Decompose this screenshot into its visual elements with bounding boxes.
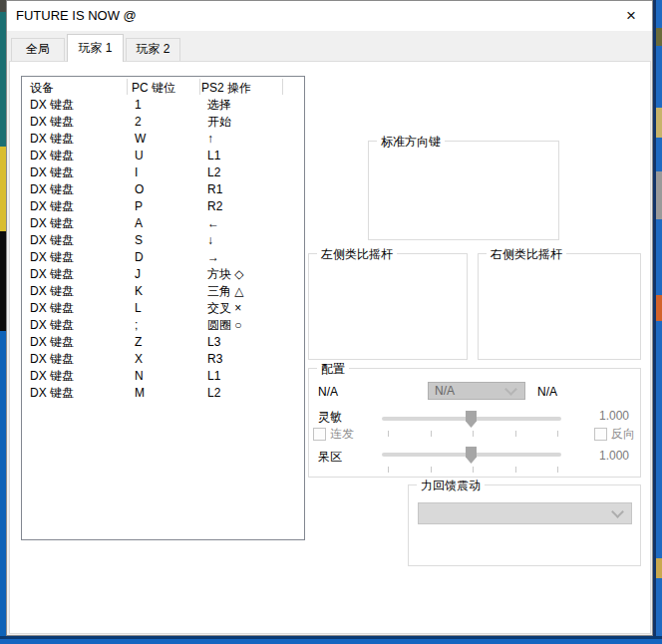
column-separator bbox=[282, 79, 283, 95]
close-icon[interactable]: × bbox=[614, 1, 648, 30]
column-separator bbox=[199, 79, 200, 95]
table-row[interactable]: DX 键盘;圆圈 ○ bbox=[22, 317, 304, 334]
cell-ps2-action: 交叉 × bbox=[199, 300, 304, 317]
turbo-checkbox: 连发 bbox=[313, 426, 354, 443]
cell-ps2-action: L2 bbox=[199, 164, 304, 181]
table-row[interactable]: DX 键盘IL2 bbox=[22, 164, 304, 181]
checkbox-box bbox=[594, 428, 607, 441]
desktop-pixels bbox=[653, 0, 656, 644]
config-device-label: N/A bbox=[318, 385, 338, 399]
bindings-list[interactable]: 设备 PC 键位 PS2 操作 DX 键盘1选择DX 键盘2开始DX 键盘W↑D… bbox=[21, 76, 305, 540]
table-row[interactable]: DX 键盘UL1 bbox=[22, 148, 304, 164]
invert-checkbox-label: 反向 bbox=[611, 426, 635, 443]
sensitivity-label: 灵敏 bbox=[318, 409, 342, 426]
force-feedback-group-title: 力回馈震动 bbox=[417, 478, 485, 494]
table-row[interactable]: DX 键盘ML2 bbox=[22, 385, 304, 402]
cell-pc-key: P bbox=[127, 198, 199, 215]
cell-pc-key: W bbox=[127, 131, 199, 148]
slider-tick bbox=[557, 467, 558, 473]
column-header-device[interactable]: 设备 bbox=[30, 80, 54, 97]
taskbar-strip bbox=[0, 636, 662, 644]
slider-tick bbox=[431, 431, 432, 437]
cell-pc-key: 2 bbox=[127, 114, 199, 131]
left-stick-group: 左侧类比摇杆 bbox=[308, 253, 468, 360]
bindings-rows: DX 键盘1选择DX 键盘2开始DX 键盘W↑DX 键盘UL1DX 键盘IL2D… bbox=[22, 97, 304, 402]
table-row[interactable]: DX 键盘OR1 bbox=[22, 181, 304, 198]
cell-ps2-action: L3 bbox=[199, 334, 304, 351]
cell-ps2-action: R3 bbox=[199, 351, 304, 368]
slider-tick bbox=[557, 431, 558, 437]
cell-pc-key: I bbox=[127, 164, 199, 181]
table-row[interactable]: DX 键盘PR2 bbox=[22, 198, 304, 215]
cell-ps2-action: R1 bbox=[199, 181, 304, 198]
cell-ps2-action: 选择 bbox=[199, 97, 304, 114]
cell-pc-key: L bbox=[127, 300, 199, 317]
force-feedback-group: 力回馈震动 bbox=[408, 484, 641, 566]
cell-pc-key: A bbox=[127, 215, 199, 232]
cell-device: DX 键盘 bbox=[22, 334, 127, 351]
slider-tick bbox=[515, 467, 516, 473]
cell-device: DX 键盘 bbox=[22, 266, 127, 283]
tab-player2[interactable]: 玩家 2 bbox=[126, 38, 180, 62]
slider-tick bbox=[388, 431, 389, 437]
cell-device: DX 键盘 bbox=[22, 215, 127, 232]
table-row[interactable]: DX 键盘NL1 bbox=[22, 368, 304, 385]
table-row[interactable]: DX 键盘XR3 bbox=[22, 351, 304, 368]
column-header-ps2-action[interactable]: PS2 操作 bbox=[201, 80, 251, 97]
config-binding-label: N/A bbox=[537, 385, 557, 399]
deadzone-label: 呆区 bbox=[318, 449, 342, 466]
desktop-pixels bbox=[656, 28, 662, 46]
tab-player1[interactable]: 玩家 1 bbox=[67, 34, 124, 62]
sensitivity-value: 1.000 bbox=[599, 409, 629, 423]
cell-device: DX 键盘 bbox=[22, 283, 127, 300]
config-group-title: 配置 bbox=[317, 361, 349, 378]
title-bar: FUTURE IS NOW @ × bbox=[7, 1, 652, 31]
cell-device: DX 键盘 bbox=[22, 198, 127, 215]
cell-pc-key: X bbox=[127, 351, 199, 368]
table-row[interactable]: DX 键盘ZL3 bbox=[22, 334, 304, 351]
table-row[interactable]: DX 键盘L交叉 × bbox=[22, 300, 304, 317]
table-row[interactable]: DX 键盘K三角 △ bbox=[22, 283, 304, 300]
cell-device: DX 键盘 bbox=[22, 317, 127, 334]
cell-ps2-action: ↑ bbox=[199, 131, 304, 148]
config-dropdown-value: N/A bbox=[435, 384, 455, 398]
desktop-pixels bbox=[656, 171, 662, 219]
slider-tick bbox=[388, 467, 389, 473]
cell-pc-key: Z bbox=[127, 334, 199, 351]
desktop-pixels bbox=[656, 558, 662, 578]
left-stick-group-title: 左侧类比摇杆 bbox=[317, 246, 397, 263]
cell-ps2-action: ← bbox=[199, 215, 304, 232]
bindings-list-header: 设备 PC 键位 PS2 操作 bbox=[22, 77, 304, 97]
table-row[interactable]: DX 键盘J方块 ◇ bbox=[22, 266, 304, 283]
cell-pc-key: S bbox=[127, 232, 199, 249]
slider-tick bbox=[473, 431, 474, 437]
cell-ps2-action: ↓ bbox=[199, 232, 304, 249]
table-row[interactable]: DX 键盘W↑ bbox=[22, 131, 304, 148]
desktop-pixels bbox=[656, 108, 662, 138]
cell-pc-key: K bbox=[127, 283, 199, 300]
cell-device: DX 键盘 bbox=[22, 249, 127, 266]
cell-pc-key: O bbox=[127, 181, 199, 198]
table-row[interactable]: DX 键盘1选择 bbox=[22, 97, 304, 114]
cell-ps2-action: L1 bbox=[199, 148, 304, 164]
table-row[interactable]: DX 键盘D→ bbox=[22, 249, 304, 266]
cell-ps2-action: → bbox=[199, 249, 304, 266]
cell-ps2-action: L1 bbox=[199, 368, 304, 385]
cell-device: DX 键盘 bbox=[22, 164, 127, 181]
cell-device: DX 键盘 bbox=[22, 385, 127, 402]
cell-pc-key: J bbox=[127, 266, 199, 283]
deadzone-value: 1.000 bbox=[599, 449, 629, 463]
desktop-right-strip bbox=[653, 0, 662, 644]
column-header-pc-key[interactable]: PC 键位 bbox=[132, 80, 175, 97]
table-row[interactable]: DX 键盘A← bbox=[22, 215, 304, 232]
right-stick-group-title: 右侧类比摇杆 bbox=[487, 246, 566, 263]
cell-pc-key: N bbox=[127, 368, 199, 385]
table-row[interactable]: DX 键盘S↓ bbox=[22, 232, 304, 249]
cell-pc-key: D bbox=[127, 249, 199, 266]
cell-ps2-action: 方块 ◇ bbox=[199, 266, 304, 283]
tab-global[interactable]: 全局 bbox=[11, 38, 65, 62]
cell-device: DX 键盘 bbox=[22, 131, 127, 148]
cell-device: DX 键盘 bbox=[22, 232, 127, 249]
cell-device: DX 键盘 bbox=[22, 97, 127, 114]
table-row[interactable]: DX 键盘2开始 bbox=[22, 114, 304, 131]
